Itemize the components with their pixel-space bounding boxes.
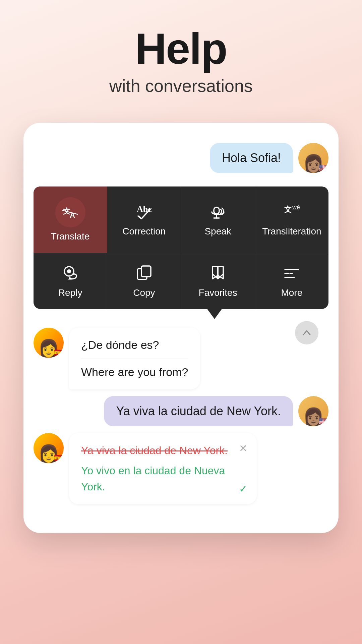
avatar-user-4: 👩 🇪🇸: [34, 433, 64, 463]
page-title: Help: [20, 27, 342, 70]
menu-row-2: Reply Copy: [34, 253, 328, 309]
translate-icon-bg: 文 A: [55, 197, 85, 227]
favorites-icon: [209, 264, 227, 284]
menu-item-translate[interactable]: 文 A Translate: [34, 186, 107, 253]
context-menu: 文 A Translate Abc Correction: [34, 186, 328, 309]
bubble-outgoing-2: Ya viva la ciudad de New York.: [104, 396, 293, 426]
svg-rect-13: [141, 266, 151, 277]
incoming-text-2: Where are you from?: [81, 364, 188, 380]
menu-label-reply: Reply: [58, 287, 82, 299]
translate-icon: 文 A: [62, 204, 79, 221]
menu-item-copy[interactable]: Copy: [107, 253, 181, 309]
correction-correct-text: Yo vivo en la ciudad de Nueva York.: [81, 463, 245, 495]
correction-message: 👩 🇪🇸 Ya viva la ciudad de New York. ✕ Yo…: [34, 433, 328, 504]
menu-item-more[interactable]: More: [255, 253, 328, 309]
bubble-correction: Ya viva la ciudad de New York. ✕ Yo vivo…: [69, 433, 257, 504]
menu-label-copy: Copy: [133, 287, 155, 299]
bubble-outgoing-1: Hola Sofia!: [210, 143, 293, 173]
menu-item-favorites[interactable]: Favorites: [181, 253, 255, 309]
correction-icon: Abc: [135, 203, 153, 222]
incoming-text-1: ¿De dónde es?: [81, 337, 188, 353]
flag-us-1: 🇺🇸: [319, 164, 328, 172]
flag-es-1: 🇪🇸: [54, 348, 63, 357]
bubble-divider: [81, 359, 188, 359]
avatar-user-3: 👩🏽 🇺🇸: [298, 396, 328, 426]
more-icon: [283, 264, 300, 284]
menu-label-correction: Correction: [122, 226, 166, 237]
menu-item-speak[interactable]: Speak: [181, 186, 255, 253]
flag-us-2: 🇺🇸: [319, 417, 328, 426]
svg-point-11: [67, 269, 71, 273]
flag-es-2: 🇪🇸: [54, 454, 63, 463]
menu-caret: [23, 309, 339, 319]
incoming-message-1: 👩 🇪🇸 ¿De dónde es? Where are you from?: [34, 328, 328, 389]
avatar-user-1: 👩🏽 🇺🇸: [298, 143, 328, 173]
svg-rect-4: [214, 207, 219, 214]
menu-item-correction[interactable]: Abc Correction: [107, 186, 181, 253]
reply-icon: [62, 264, 79, 284]
copy-icon: [135, 264, 153, 284]
page-subtitle: with conversations: [20, 76, 342, 96]
transliteration-icon: 文 wén: [283, 203, 300, 222]
speak-icon: [209, 203, 227, 222]
menu-item-transliteration[interactable]: 文 wén Translite­ration: [255, 186, 328, 253]
scroll-up-button[interactable]: [295, 321, 318, 344]
outgoing-message-2: Ya viva la ciudad de New York. 👩🏽 🇺🇸: [34, 396, 328, 426]
svg-text:文: 文: [284, 205, 292, 214]
bubble-incoming-1: ¿De dónde es? Where are you from?: [69, 328, 200, 389]
correction-wrong-text: Ya viva la ciudad de New York.: [81, 442, 245, 459]
menu-label-favorites: Favorites: [199, 287, 237, 299]
menu-label-translate: Translate: [51, 231, 90, 242]
outgoing-message-1: Hola Sofia! 👩🏽 🇺🇸: [34, 143, 328, 173]
avatar-user-2: 👩 🇪🇸: [34, 328, 64, 358]
menu-item-reply[interactable]: Reply: [34, 253, 107, 309]
menu-label-transliteration: Translite­ration: [262, 226, 321, 237]
menu-row-1: 文 A Translate Abc Correction: [34, 186, 328, 253]
menu-label-more: More: [281, 287, 302, 299]
phone-mockup: Hola Sofia! 👩🏽 🇺🇸 文 A Translate: [23, 123, 339, 533]
header: Help with conversations: [0, 0, 362, 113]
correction-x-icon: ✕: [239, 442, 247, 454]
menu-label-speak: Speak: [204, 226, 231, 237]
correction-check-icon: ✓: [239, 483, 247, 495]
